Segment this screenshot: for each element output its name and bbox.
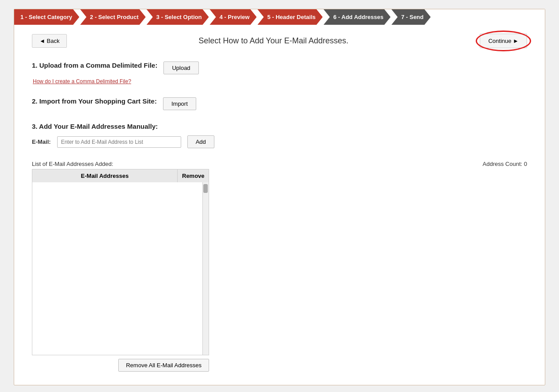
step-select-product[interactable]: 2 - Select Product <box>80 9 146 25</box>
email-column-header: E-Mail Addresses <box>32 169 178 182</box>
import-section: 2. Import from Your Shopping Cart Site: … <box>32 97 527 110</box>
email-table-body[interactable] <box>32 182 209 355</box>
step-select-category[interactable]: 1 - Select Category <box>14 9 79 25</box>
csv-helper-link[interactable]: How do I create a Comma Delimited File? <box>33 78 131 85</box>
upload-label: 1. Upload from a Comma Delimited File: <box>32 61 157 69</box>
email-list-section: List of E-Mail Addresses Added: Address … <box>32 161 527 372</box>
email-input[interactable] <box>57 136 181 148</box>
import-label: 2. Import from Your Shopping Cart Site: <box>32 97 157 105</box>
add-email-button[interactable]: Add <box>187 135 214 148</box>
upload-button[interactable]: Upload <box>163 61 198 74</box>
manual-section: 3. Add Your E-Mail Addresses Manually: E… <box>32 123 527 148</box>
import-row: 2. Import from Your Shopping Cart Site: … <box>32 97 527 110</box>
main-container: 1 - Select Category 2 - Select Product 3… <box>14 9 545 385</box>
steps-bar: 1 - Select Category 2 - Select Product 3… <box>14 9 545 25</box>
top-row: ◄ Back Select How to Add Your E-Mail Add… <box>32 34 527 48</box>
email-field-label: E-Mail: <box>32 138 51 145</box>
manual-email-row: E-Mail: Add <box>32 135 527 148</box>
upload-section: 1. Upload from a Comma Delimited File: U… <box>32 61 527 85</box>
page-title: Select How to Add Your E-Mail Addresses. <box>67 36 480 46</box>
step-add-addresses[interactable]: 6 - Add Addresses <box>323 9 390 25</box>
email-table-outer: E-Mail Addresses Remove <box>32 169 209 355</box>
import-button[interactable]: Import <box>163 97 196 110</box>
scrollbar[interactable] <box>202 182 209 355</box>
remove-all-button[interactable]: Remove All E-Mail Addresses <box>118 359 209 372</box>
list-label: List of E-Mail Addresses Added: <box>32 161 113 167</box>
scrollbar-thumb <box>203 184 208 193</box>
address-count: Address Count: 0 <box>483 161 527 167</box>
step-preview[interactable]: 4 - Preview <box>210 9 256 25</box>
remove-all-row: Remove All E-Mail Addresses <box>32 359 209 372</box>
email-table-container: E-Mail Addresses Remove Remove All E-Mai… <box>32 169 209 372</box>
step-header-details[interactable]: 5 - Header Details <box>257 9 322 25</box>
upload-row: 1. Upload from a Comma Delimited File: U… <box>32 61 527 74</box>
remove-column-header: Remove <box>178 169 209 182</box>
step-send[interactable]: 7 - Send <box>392 9 431 25</box>
list-header-row: List of E-Mail Addresses Added: Address … <box>32 161 527 167</box>
content-area: ◄ Back Select How to Add Your E-Mail Add… <box>14 25 545 385</box>
step-select-option[interactable]: 3 - Select Option <box>147 9 209 25</box>
continue-button[interactable]: Continue ► <box>480 34 527 48</box>
back-button[interactable]: ◄ Back <box>32 34 67 48</box>
manual-label: 3. Add Your E-Mail Addresses Manually: <box>32 123 527 130</box>
email-table-header: E-Mail Addresses Remove <box>32 169 209 182</box>
